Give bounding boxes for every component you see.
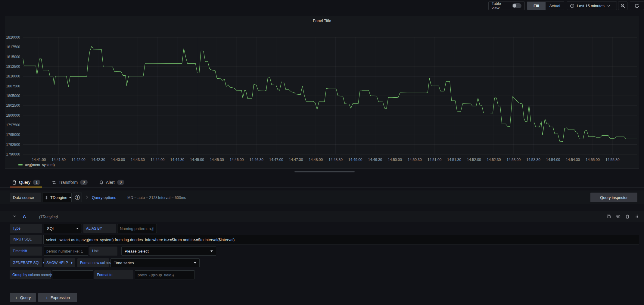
- datasource-help-button[interactable]: [73, 193, 82, 202]
- actual-button[interactable]: Actual: [546, 2, 564, 10]
- tab-query-count-badge: 1: [33, 180, 40, 185]
- y-axis-tick-label: 1802500: [6, 103, 20, 108]
- x-axis-tick-label: 14:43:00: [111, 158, 125, 162]
- datasource-label: Data source: [10, 193, 41, 202]
- x-axis-tick-label: 14:48:00: [309, 158, 323, 162]
- query-options-interval-text: Interval = 500ms: [158, 196, 186, 200]
- time-range-picker[interactable]: Last 15 minutes: [567, 2, 617, 10]
- unit-select-value: Please Select: [125, 249, 149, 253]
- fill-button[interactable]: Fill: [527, 2, 546, 10]
- drag-handle-icon[interactable]: [634, 214, 639, 219]
- tab-query[interactable]: Query 1: [10, 177, 42, 187]
- hide-query-eye-icon[interactable]: [616, 214, 621, 219]
- grafana-panel-editor: Table view Fill Actual Last 15 minutes P…: [0, 0, 644, 305]
- x-axis-tick-label: 14:54:30: [566, 158, 580, 162]
- x-axis-tick-label: 14:53:30: [526, 158, 540, 162]
- tab-alert[interactable]: Alert 0: [97, 177, 126, 187]
- unit-select[interactable]: Please Select: [121, 247, 216, 256]
- y-axis-tick-label: 1790000: [6, 152, 20, 156]
- x-axis-tick-label: 14:44:30: [170, 158, 185, 162]
- y-axis-tick-label: 1807500: [6, 84, 20, 88]
- y-axis-tick-label: 1792500: [6, 143, 20, 147]
- chevron-down-icon: [69, 197, 71, 198]
- add-expression-label: Expression: [51, 295, 70, 300]
- database-icon: [12, 180, 17, 185]
- query-options-link[interactable]: Query options: [92, 195, 116, 200]
- alias-by-label: ALIAS BY: [83, 224, 116, 233]
- timeshift-input[interactable]: [44, 247, 88, 256]
- plus-icon: [45, 295, 48, 300]
- unit-label: Unit: [89, 247, 117, 256]
- table-view-toggle-group[interactable]: Table view: [488, 2, 525, 10]
- x-axis-tick-label: 14:50:00: [388, 158, 402, 162]
- chevron-down-icon: [76, 228, 79, 229]
- tab-alert-label: Alert: [106, 180, 115, 185]
- input-sql-input[interactable]: [43, 235, 639, 244]
- chart-legend[interactable]: avg(mem_system): [18, 163, 55, 167]
- input-sql-label: INPUT SQL: [10, 235, 42, 244]
- add-query-button[interactable]: Query: [10, 293, 36, 302]
- x-axis-tick-label: 14:55:30: [605, 158, 620, 162]
- x-axis-tick-label: 14:49:00: [348, 158, 362, 162]
- generate-sql-button[interactable]: GENERATE SQL: [10, 258, 42, 267]
- type-select-value: SQL: [47, 226, 55, 231]
- query-datasource-hint: (TDengine): [39, 215, 58, 219]
- x-axis-tick-label: 14:49:30: [368, 158, 382, 162]
- type-label: Type: [10, 224, 42, 233]
- y-axis-tick-label: 1797500: [6, 123, 20, 127]
- format-to-input[interactable]: [135, 270, 195, 279]
- collapse-chevron-icon[interactable]: [13, 214, 17, 218]
- legend-series-label: avg(mem_system): [25, 163, 55, 167]
- show-help-button[interactable]: SHOW HELP: [44, 258, 75, 267]
- x-axis-tick-label: 14:48:30: [328, 158, 343, 162]
- delete-query-trash-icon[interactable]: [625, 214, 630, 219]
- display-mode-segmented: Fill Actual: [527, 2, 564, 10]
- format-select[interactable]: Time series: [110, 258, 200, 267]
- help-icon: [75, 195, 80, 200]
- x-axis-tick-label: 14:41:00: [32, 158, 46, 162]
- query-inspector-button[interactable]: Query inspector: [590, 193, 637, 202]
- y-axis-tick-label: 1810000: [6, 74, 20, 78]
- table-view-toggle[interactable]: [512, 3, 521, 8]
- panel: Panel Title 1820000181750018150001812500…: [5, 16, 639, 169]
- clock-icon: [570, 4, 574, 8]
- refresh-icon: [634, 3, 639, 8]
- show-help-label: SHOW HELP: [46, 261, 68, 265]
- x-axis-tick-label: 14:46:30: [249, 158, 263, 162]
- x-axis-tick-label: 14:45:30: [210, 158, 224, 162]
- chart-area[interactable]: 1820000181750018150001812500181000018075…: [5, 16, 639, 168]
- tabs-divider: [0, 187, 644, 188]
- toggle-knob: [513, 4, 516, 8]
- panel-resize-handle[interactable]: [294, 171, 355, 172]
- format-label: Format new col new: [77, 258, 109, 267]
- chevron-right-icon[interactable]: [85, 195, 89, 199]
- x-axis-tick-label: 14:52:00: [467, 158, 481, 162]
- tab-alert-count-badge: 0: [117, 180, 125, 185]
- datasource-bar: Data source TDengine Query options MD = …: [0, 190, 644, 204]
- time-range-label: Last 15 minutes: [577, 4, 605, 8]
- x-axis-tick-label: 14:47:30: [289, 158, 303, 162]
- x-axis-tick-label: 14:55:00: [586, 158, 600, 162]
- add-expression-button[interactable]: Expression: [38, 293, 77, 302]
- x-axis-tick-label: 14:42:30: [91, 158, 105, 162]
- add-query-label: Query: [20, 295, 31, 300]
- table-view-label: Table view: [492, 1, 509, 10]
- duplicate-query-icon[interactable]: [606, 214, 611, 219]
- x-axis-tick-label: 14:50:30: [408, 158, 422, 162]
- plus-icon: [15, 295, 18, 300]
- type-select[interactable]: SQL: [44, 224, 82, 233]
- query-options-md-text: MD = auto = 2128: [127, 196, 157, 200]
- chevron-down-icon: [210, 250, 213, 252]
- series-line: [23, 46, 637, 142]
- y-axis-tick-label: 1805000: [6, 94, 20, 98]
- timeshift-label: Timeshift: [10, 247, 42, 256]
- datasource-picker[interactable]: TDengine: [42, 193, 72, 202]
- x-axis-tick-label: 14:47:00: [269, 158, 283, 162]
- group-by-input[interactable]: [52, 270, 93, 279]
- tab-transform[interactable]: Transform 0: [50, 177, 89, 187]
- zoom-out-button[interactable]: [618, 2, 627, 10]
- refresh-button[interactable]: [630, 2, 644, 10]
- alias-by-input[interactable]: [117, 224, 157, 233]
- transform-icon: [52, 180, 56, 185]
- group-by-label: Group by column name(s): [10, 270, 51, 279]
